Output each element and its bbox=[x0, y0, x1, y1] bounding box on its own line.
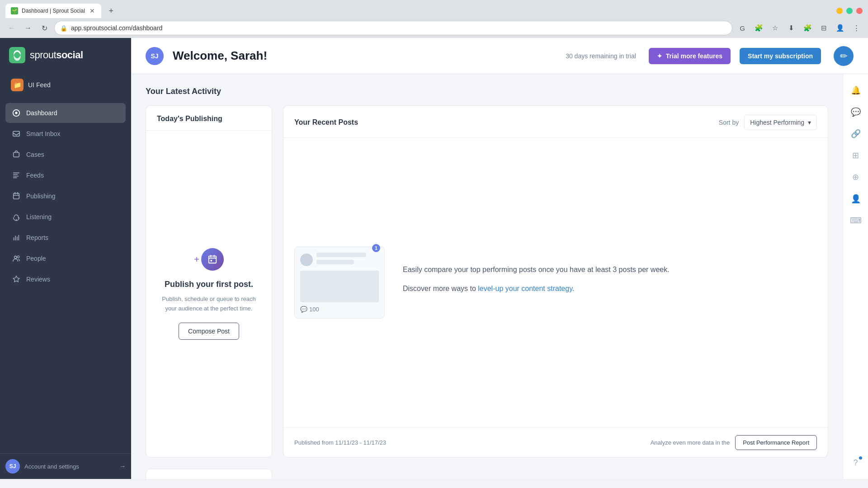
posts-discover-text: Discover more ways to level-up your cont… bbox=[403, 283, 817, 295]
browser-tab[interactable]: 🌱 Dashboard | Sprout Social ✕ bbox=[5, 4, 101, 18]
bookmark-icon[interactable]: ☆ bbox=[769, 22, 781, 34]
security-icon: 🔒 bbox=[60, 25, 67, 32]
dashboard-label: Dashboard bbox=[26, 109, 57, 117]
account-settings-item[interactable]: SJ Account and settings → bbox=[0, 453, 131, 479]
trial-features-button[interactable]: ✦ Trial more features bbox=[649, 48, 731, 64]
browser-chrome: 🌱 Dashboard | Sprout Social ✕ + ← → ↻ 🔒 … bbox=[0, 0, 868, 38]
svg-point-7 bbox=[17, 256, 19, 258]
app-container: sproutsocial 📁 UI Feed Dashboard Smart I… bbox=[0, 38, 868, 479]
inbox-icon bbox=[12, 129, 21, 138]
subscription-button[interactable]: Start my subscription bbox=[740, 48, 821, 64]
sidebar-logo: sproutsocial bbox=[0, 38, 131, 70]
sidebar-item-dashboard[interactable]: Dashboard bbox=[5, 103, 126, 123]
mentions-icon[interactable]: 💬 bbox=[847, 103, 865, 121]
sidebar-item-listening[interactable]: Listening bbox=[5, 207, 126, 227]
strategy-link[interactable]: level-up your content strategy bbox=[478, 285, 572, 292]
sidebar-nav: Dashboard Smart Inbox Cases Feeds bbox=[0, 99, 131, 453]
profile-icon[interactable]: 👤 bbox=[834, 22, 846, 34]
welcome-heading: Welcome, Sarah! bbox=[173, 49, 557, 63]
address-bar[interactable]: 🔒 app.sproutsocial.com/dashboard bbox=[54, 21, 732, 35]
link-icon[interactable]: 🔗 bbox=[847, 125, 865, 143]
google-icon[interactable]: G bbox=[736, 22, 749, 34]
sidebar-item-people[interactable]: People bbox=[5, 249, 126, 268]
chevron-down-icon: ▾ bbox=[808, 119, 811, 126]
close-button[interactable] bbox=[856, 8, 863, 14]
main-content-area: SJ Welcome, Sarah! 30 days remaining in … bbox=[131, 38, 868, 479]
publish-icon-group: + bbox=[194, 248, 224, 271]
refresh-button[interactable]: ↻ bbox=[38, 22, 51, 34]
window-controls bbox=[836, 8, 863, 14]
sidebar-item-smart-inbox[interactable]: Smart Inbox bbox=[5, 124, 126, 144]
menu-icon[interactable]: ⋮ bbox=[850, 22, 863, 34]
recent-posts-header: Your Recent Posts Sort by Highest Perfor… bbox=[283, 106, 828, 138]
people-label: People bbox=[26, 255, 46, 262]
compose-icon: ✏ bbox=[840, 51, 848, 61]
svg-rect-8 bbox=[209, 256, 217, 263]
publishing-card-header: Today's Publishing bbox=[146, 106, 272, 131]
publishing-icon bbox=[12, 192, 21, 201]
help-icon[interactable]: ? bbox=[847, 454, 865, 472]
sidebar-feed-item[interactable]: 📁 UI Feed bbox=[5, 74, 126, 96]
user-add-icon[interactable]: 👤 bbox=[847, 190, 865, 208]
browser-toolbar: ← → ↻ 🔒 app.sproutsocial.com/dashboard G… bbox=[0, 18, 868, 38]
listening-icon bbox=[12, 212, 21, 221]
compose-post-button[interactable]: Compose Post bbox=[179, 323, 239, 340]
new-tab-button[interactable]: + bbox=[105, 5, 118, 17]
sidebar-item-reviews[interactable]: Reviews bbox=[5, 269, 126, 289]
content-area: Your Latest Activity Today's Publishing … bbox=[131, 74, 868, 479]
recent-posts-body: 1 bbox=[283, 138, 828, 427]
extensions-button[interactable]: 🧩 bbox=[801, 22, 814, 34]
maximize-button[interactable] bbox=[846, 8, 853, 14]
add-content-icon[interactable]: ⊕ bbox=[847, 168, 865, 186]
sort-dropdown[interactable]: Highest Performing ▾ bbox=[744, 115, 817, 130]
logo-text: sproutsocial bbox=[30, 49, 83, 61]
tab-close-button[interactable]: ✕ bbox=[89, 7, 96, 14]
svg-rect-9 bbox=[210, 260, 212, 262]
sort-controls: Sort by Highest Performing ▾ bbox=[719, 115, 817, 130]
todo-title: To Do bbox=[157, 478, 261, 479]
compose-button[interactable]: ✏ bbox=[834, 46, 854, 66]
post-performance-report-button[interactable]: Post Performance Report bbox=[735, 435, 817, 450]
user-avatar: SJ bbox=[5, 459, 20, 474]
sidebar-item-feeds[interactable]: Feeds bbox=[5, 165, 126, 185]
back-button[interactable]: ← bbox=[5, 22, 18, 34]
post-name-line bbox=[316, 253, 366, 257]
forward-button[interactable]: → bbox=[22, 22, 34, 34]
comment-icon: 💬 bbox=[300, 306, 307, 313]
todo-card: To Do 📌 0 Go to Cases ⚖ 1 Open Approvals bbox=[146, 469, 272, 479]
sidebar-item-publishing[interactable]: Publishing bbox=[5, 186, 126, 206]
reviews-label: Reviews bbox=[26, 276, 50, 283]
account-arrow-icon: → bbox=[119, 463, 126, 470]
cases-icon bbox=[12, 150, 21, 159]
post-avatar bbox=[300, 253, 313, 266]
account-settings-label: Account and settings bbox=[24, 463, 115, 470]
posts-empty-text-1: Easily compare your top performing posts… bbox=[403, 264, 817, 276]
svg-rect-0 bbox=[9, 47, 25, 63]
notifications-icon[interactable]: 🔔 bbox=[847, 81, 865, 99]
sidebar-button[interactable]: ⊟ bbox=[817, 22, 830, 34]
download-icon[interactable]: ⬇ bbox=[785, 22, 797, 34]
recent-posts-title: Your Recent Posts bbox=[294, 118, 358, 127]
sidebar-item-cases[interactable]: Cases bbox=[5, 145, 126, 164]
extensions-icon[interactable]: 🧩 bbox=[752, 22, 765, 34]
help-notification-dot bbox=[859, 456, 862, 460]
sprout-logo-icon bbox=[9, 47, 25, 63]
recent-posts-card: Your Recent Posts Sort by Highest Perfor… bbox=[283, 105, 828, 458]
posts-footer-right: Analyze even more data in the Post Perfo… bbox=[651, 435, 817, 450]
svg-rect-4 bbox=[14, 153, 19, 157]
reviews-icon bbox=[12, 275, 21, 284]
sidebar-item-reports[interactable]: Reports bbox=[5, 228, 126, 248]
feeds-label: Feeds bbox=[26, 172, 44, 179]
posts-empty-message: Easily compare your top performing posts… bbox=[403, 264, 817, 301]
keyboard-icon[interactable]: ⌨ bbox=[847, 211, 865, 230]
cases-label: Cases bbox=[26, 151, 44, 158]
post-notification-badge: 1 bbox=[371, 243, 381, 253]
minimize-button[interactable] bbox=[836, 8, 843, 14]
grid-icon[interactable]: ⊞ bbox=[847, 146, 865, 164]
post-header-row bbox=[300, 253, 379, 267]
sidebar-feed-section: 📁 UI Feed bbox=[0, 70, 131, 99]
dashboard-icon bbox=[12, 108, 21, 117]
publishing-label: Publishing bbox=[26, 192, 56, 200]
post-preview: 1 bbox=[294, 247, 385, 319]
svg-point-6 bbox=[14, 256, 17, 258]
